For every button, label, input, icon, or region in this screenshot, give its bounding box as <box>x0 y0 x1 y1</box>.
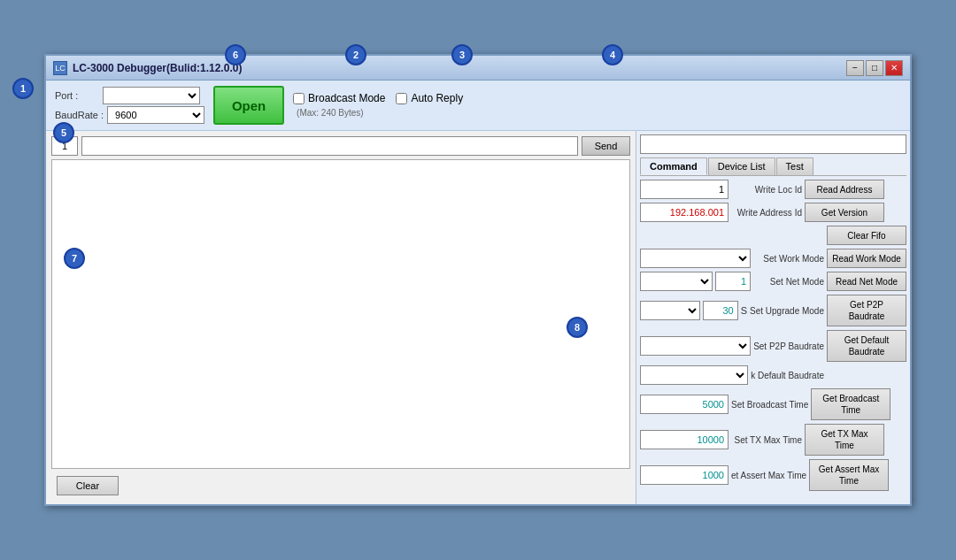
set-p2p-baudrate-label: Set P2P Baudrate <box>753 341 824 351</box>
set-net-mode-row: Set Net Mode Read Net Mode <box>640 272 906 291</box>
bottom-bar: Clear <box>51 472 630 499</box>
badge-1: 1 <box>12 78 34 99</box>
title-bar: LC LC-3000 Debugger(Bulid:1.12.0.0) − □ … <box>46 56 910 81</box>
read-work-mode-button[interactable]: Read Work Mode <box>827 249 906 268</box>
get-p2p-baudrate-button[interactable]: Get P2P Baudrate <box>827 295 906 326</box>
close-button[interactable]: ✕ <box>885 60 903 76</box>
tabs-row: Command Device List Test <box>640 157 906 176</box>
set-net-mode-label: Set Net Mode <box>753 277 824 287</box>
set-broadcast-time-label: Set Broadcast Time <box>731 400 808 410</box>
p2p-baudrate-select[interactable] <box>640 336 751 356</box>
max-bytes-label: (Max: 240 Bytes) <box>293 106 364 119</box>
upgrade-mode-select[interactable] <box>640 301 700 320</box>
get-broadcast-time-button[interactable]: Get Broadcast Time <box>811 388 890 420</box>
app-icon: LC <box>53 61 67 75</box>
read-net-mode-button[interactable]: Read Net Mode <box>827 272 906 291</box>
write-loc-id-input[interactable] <box>640 180 729 199</box>
left-panel: 1 Send Clear <box>46 131 636 504</box>
write-address-row: Write Address Id Get Version <box>640 203 906 222</box>
send-row: 1 Send <box>51 136 630 156</box>
write-loc-id-label: Write Loc Id <box>731 185 802 195</box>
sequence-input[interactable]: 1 <box>51 136 78 156</box>
send-button[interactable]: Send <box>582 136 630 156</box>
broadcast-time-input[interactable] <box>640 395 729 414</box>
right-top-input[interactable] <box>640 134 906 154</box>
port-select[interactable] <box>103 87 200 104</box>
get-default-baudrate-button[interactable]: Get Default Baudrate <box>827 330 906 362</box>
title-bar-left: LC LC-3000 Debugger(Bulid:1.12.0.0) <box>53 61 242 75</box>
get-assert-max-time-button[interactable]: Get Assert Max Time <box>809 459 889 491</box>
port-row: Port : <box>55 87 204 104</box>
auto-reply-checkbox[interactable] <box>396 93 407 104</box>
broadcast-label: Broadcast Mode <box>308 92 385 104</box>
clear-fifo-button[interactable]: Clear Fifo <box>827 226 906 245</box>
broadcast-checkbox[interactable] <box>293 93 305 104</box>
broadcast-row: Broadcast Mode Auto Reply <box>293 92 463 104</box>
send-text-input[interactable] <box>81 136 578 156</box>
minimize-button[interactable]: − <box>846 60 864 76</box>
write-address-label: Write Address Id <box>731 208 802 218</box>
open-button[interactable]: Open <box>213 86 284 125</box>
commands-panel: Write Loc Id Read Address Write Address … <box>640 180 906 491</box>
set-p2p-baudrate-row: Set P2P Baudrate Get Default Baudrate <box>640 330 906 362</box>
broadcast-time-row: Set Broadcast Time Get Broadcast Time <box>640 388 906 420</box>
assert-max-time-row: et Assert Max Time Get Assert Max Time <box>640 459 906 491</box>
read-address-button[interactable]: Read Address <box>805 180 884 199</box>
s-label: S <box>741 305 747 316</box>
work-mode-select[interactable] <box>640 249 751 268</box>
main-body: 1 Send Clear Command Device List Test <box>46 131 910 504</box>
set-assert-max-time-label: et Assert Max Time <box>731 471 806 480</box>
auto-reply-label: Auto Reply <box>411 92 463 104</box>
set-tx-max-time-label: Set TX Max Time <box>731 435 802 445</box>
set-work-mode-row: Set Work Mode Read Work Mode <box>640 249 906 268</box>
clear-button[interactable]: Clear <box>57 476 119 495</box>
toolbar: Port : BaudRate : 9600 Open Broadcast Mo… <box>46 81 910 131</box>
net-mode-input[interactable] <box>715 272 751 291</box>
write-address-input[interactable] <box>640 203 729 222</box>
port-label: Port : <box>55 90 99 101</box>
set-upgrade-mode-label: Set Upgrade Mode <box>750 306 824 316</box>
net-mode-select[interactable] <box>640 272 713 291</box>
clear-fifo-row: Clear Fifo <box>640 226 906 245</box>
main-window: LC LC-3000 Debugger(Bulid:1.12.0.0) − □ … <box>44 54 912 506</box>
tab-command[interactable]: Command <box>640 157 707 175</box>
tx-max-time-row: Set TX Max Time Get TX Max Time <box>640 424 906 456</box>
baud-row: BaudRate : 9600 <box>55 106 204 124</box>
log-area[interactable] <box>51 159 630 469</box>
maximize-button[interactable]: □ <box>866 60 883 76</box>
tab-device-list[interactable]: Device List <box>708 157 775 175</box>
baud-select[interactable]: 9600 <box>107 106 204 124</box>
get-tx-max-time-button[interactable]: Get TX Max Time <box>805 424 884 456</box>
window-title: LC-3000 Debugger(Bulid:1.12.0.0) <box>73 62 242 74</box>
write-loc-id-row: Write Loc Id Read Address <box>640 180 906 199</box>
baud-label: BaudRate : <box>55 110 104 120</box>
title-controls: − □ ✕ <box>846 60 903 76</box>
default-baudrate-select[interactable] <box>640 365 748 385</box>
right-panel: Command Device List Test Write Loc Id Re… <box>636 131 910 504</box>
broadcast-section: Broadcast Mode Auto Reply (Max: 240 Byte… <box>293 92 463 119</box>
assert-max-time-input[interactable] <box>640 465 729 485</box>
set-default-baudrate-label: k Default Baudrate <box>751 371 824 380</box>
upgrade-seconds-input[interactable] <box>703 301 738 320</box>
tx-max-time-input[interactable] <box>640 430 729 449</box>
port-section: Port : BaudRate : 9600 <box>55 87 204 124</box>
set-default-baudrate-row: k Default Baudrate <box>640 365 906 385</box>
set-work-mode-label: Set Work Mode <box>753 254 824 264</box>
content-area: Port : BaudRate : 9600 Open Broadcast Mo… <box>46 81 910 504</box>
set-upgrade-mode-row: S Set Upgrade Mode Get P2P Baudrate <box>640 295 906 326</box>
tab-test[interactable]: Test <box>776 157 813 175</box>
get-version-button[interactable]: Get Version <box>805 203 884 222</box>
